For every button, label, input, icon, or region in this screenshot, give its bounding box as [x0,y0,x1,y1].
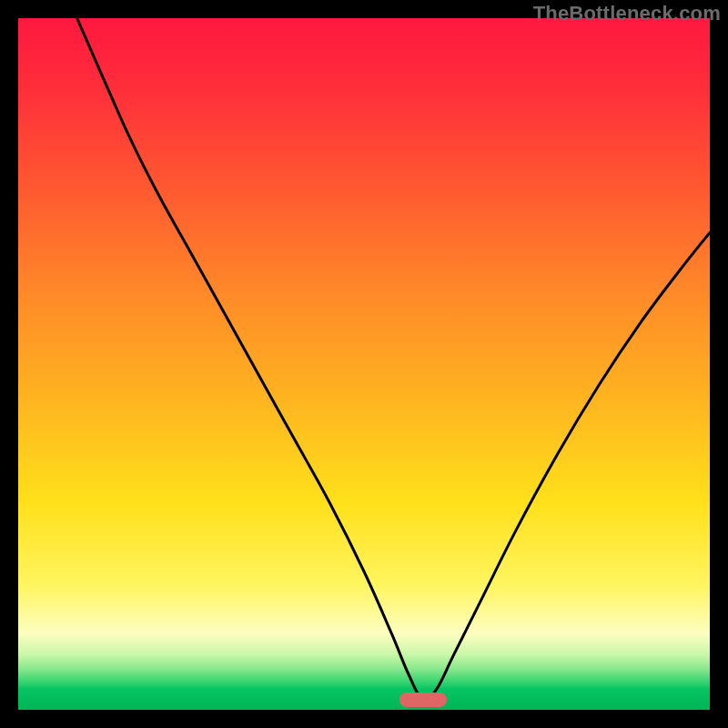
bottleneck-curve [18,18,710,710]
chart-stage: TheBottleneck.com [0,0,728,728]
plot-area [18,18,710,710]
minimum-marker [399,693,447,707]
watermark-text: TheBottleneck.com [533,2,721,25]
